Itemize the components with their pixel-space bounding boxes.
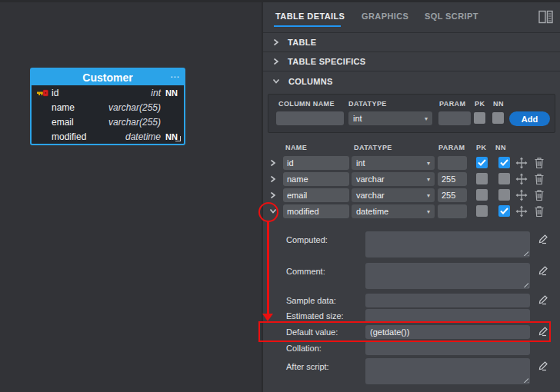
key-slot <box>36 117 52 128</box>
row-param-input[interactable] <box>438 204 467 218</box>
collation-input[interactable] <box>365 341 530 355</box>
comment-textarea[interactable] <box>365 263 530 289</box>
delete-column-icon[interactable] <box>534 205 546 218</box>
chevron-right-icon <box>272 38 279 46</box>
edit-sample-data-icon[interactable] <box>537 293 550 306</box>
delete-column-icon[interactable] <box>534 157 546 169</box>
comment-label: Comment: <box>286 264 363 278</box>
edit-after-script-icon[interactable] <box>537 359 550 372</box>
primary-key-icon <box>36 88 52 98</box>
add-column-form: COLUMN NAME DATATYPE PARAM PK NN int ▾ A… <box>268 94 555 133</box>
column-nn-flag: NN <box>161 88 181 98</box>
datatype-header: DATATYPE <box>348 100 387 108</box>
selected-datatype: int <box>356 158 365 168</box>
table-node-customer[interactable]: Customer ⋯ id int NN name varchar(25 <box>30 68 185 145</box>
section-columns[interactable]: COLUMNS <box>263 71 560 91</box>
sample-data-label: Sample data: <box>286 294 363 307</box>
new-column-param-input[interactable] <box>438 111 471 125</box>
edit-computed-icon[interactable] <box>537 232 550 245</box>
section-table[interactable]: TABLE <box>263 33 560 52</box>
move-column-icon[interactable] <box>515 157 528 169</box>
column-name: id <box>52 88 58 98</box>
move-column-icon[interactable] <box>515 189 528 201</box>
row-datatype-select[interactable]: int ▾ <box>352 156 435 170</box>
expand-row-icon[interactable] <box>269 175 276 183</box>
move-column-icon[interactable] <box>515 205 528 218</box>
row-pk-checkbox[interactable] <box>476 205 488 217</box>
move-column-icon[interactable] <box>515 173 528 185</box>
chevron-right-icon <box>272 58 279 65</box>
row-datatype-select[interactable]: varchar ▾ <box>352 172 435 186</box>
row-param-input[interactable] <box>438 156 467 170</box>
computed-label: Computed: <box>286 233 363 247</box>
selected-datatype: varchar <box>356 191 385 200</box>
column-type: varchar(255) <box>108 117 161 128</box>
row-nn-checkbox[interactable] <box>498 173 510 184</box>
active-tab-underline <box>274 25 341 27</box>
annotation-arrow-head <box>262 314 273 321</box>
param-header: PARAM <box>439 100 465 108</box>
window-top-edge <box>0 0 560 2</box>
annotation-arrow-line <box>267 221 269 314</box>
tab-graphics[interactable]: GRAPHICS <box>362 12 408 21</box>
row-name-input[interactable] <box>283 156 349 170</box>
annotation-box-default-value <box>258 321 551 342</box>
select-arrow-icon: ▾ <box>427 176 430 183</box>
tab-sql-script[interactable]: SQL SCRIPT <box>425 12 478 21</box>
row-nn-checkbox[interactable] <box>498 189 510 201</box>
row-pk-checkbox[interactable] <box>476 157 488 168</box>
tab-table-details[interactable]: TABLE DETAILS <box>275 12 345 21</box>
panel-layout-toggle-icon[interactable] <box>538 10 553 24</box>
section-label: TABLE <box>288 38 316 47</box>
delete-column-icon[interactable] <box>534 189 546 201</box>
row-param-input[interactable] <box>438 172 467 186</box>
row-nn-checkbox[interactable] <box>498 157 510 168</box>
row-pk-checkbox[interactable] <box>476 189 488 201</box>
new-column-name-input[interactable] <box>276 111 344 125</box>
sample-data-input[interactable] <box>365 294 530 307</box>
row-param-input[interactable] <box>438 188 467 202</box>
selected-datatype: varchar <box>356 174 385 184</box>
panel-tab-bar: TABLE DETAILS GRAPHICS SQL SCRIPT <box>263 0 560 33</box>
column-type: varchar(255) <box>108 102 161 113</box>
key-slot <box>36 131 52 142</box>
new-column-pk-checkbox[interactable] <box>474 112 485 124</box>
column-name: modified <box>52 131 86 142</box>
row-nn-checkbox[interactable] <box>498 205 510 217</box>
list-pk-header: PK <box>476 144 486 151</box>
app-window: Customer ⋯ id int NN name varchar(25 <box>0 0 560 392</box>
new-column-datatype-select[interactable]: int ▾ <box>348 111 432 125</box>
table-node-row-name[interactable]: name varchar(255) <box>32 100 184 115</box>
table-node-resize-handle[interactable] <box>175 136 181 141</box>
table-node-row-id[interactable]: id int NN <box>32 85 184 100</box>
chevron-down-icon <box>272 78 280 85</box>
row-name-input[interactable] <box>283 204 349 218</box>
table-node-row-email[interactable]: email varchar(255) <box>32 115 184 129</box>
table-node-menu-icon[interactable]: ⋯ <box>170 69 179 85</box>
list-datatype-header: DATATYPE <box>354 144 392 151</box>
row-name-input[interactable] <box>283 188 349 202</box>
row-datatype-select[interactable]: datetime ▾ <box>352 204 435 218</box>
annotation-circle-expand-chevron <box>258 202 278 222</box>
add-column-button[interactable]: Add <box>509 111 550 126</box>
section-label: COLUMNS <box>288 77 333 86</box>
table-node-row-modified[interactable]: modified datetime NN <box>32 129 184 144</box>
table-node-header[interactable]: Customer ⋯ <box>32 69 184 85</box>
computed-textarea[interactable] <box>365 231 530 257</box>
row-name-input[interactable] <box>283 172 349 186</box>
diagram-canvas[interactable]: Customer ⋯ id int NN name varchar(25 <box>0 0 262 392</box>
section-table-specifics[interactable]: TABLE SPECIFICS <box>263 52 560 71</box>
expand-row-icon[interactable] <box>269 191 276 199</box>
table-node-title: Customer <box>82 71 132 84</box>
column-name: name <box>52 102 75 113</box>
expand-row-icon[interactable] <box>269 159 276 167</box>
row-pk-checkbox[interactable] <box>476 173 488 184</box>
edit-comment-icon[interactable] <box>537 264 550 277</box>
list-name-header: NAME <box>285 144 307 151</box>
after-script-textarea[interactable] <box>365 358 530 384</box>
new-column-nn-checkbox[interactable] <box>492 112 504 124</box>
list-nn-header: NN <box>495 144 506 151</box>
row-datatype-select[interactable]: varchar ▾ <box>352 188 435 202</box>
delete-column-icon[interactable] <box>534 173 546 185</box>
after-script-label: After script: <box>286 360 363 374</box>
